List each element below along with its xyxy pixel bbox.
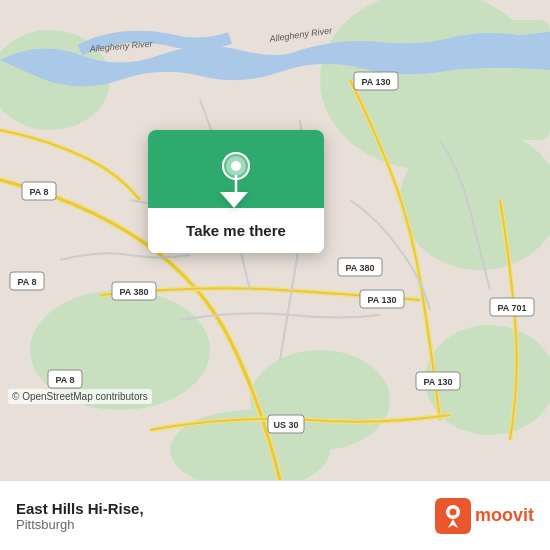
moovit-logo: moovit (435, 498, 534, 534)
location-name: East Hills Hi-Rise, (16, 500, 144, 517)
popup-tail (220, 192, 248, 208)
svg-text:PA 380: PA 380 (345, 263, 374, 273)
map-view: Allegheny River Allegheny River PA (0, 0, 550, 480)
take-me-there-button[interactable]: Take me there (148, 208, 324, 253)
svg-text:PA 130: PA 130 (367, 295, 396, 305)
copyright-text: © OpenStreetMap contributors (8, 389, 152, 404)
svg-text:PA 8: PA 8 (17, 277, 36, 287)
svg-text:PA 8: PA 8 (29, 187, 48, 197)
svg-point-33 (231, 161, 241, 171)
svg-text:PA 701: PA 701 (497, 303, 526, 313)
svg-text:PA 130: PA 130 (423, 377, 452, 387)
moovit-text: moovit (475, 505, 534, 526)
svg-text:PA 8: PA 8 (55, 375, 74, 385)
location-city: Pittsburgh (16, 517, 144, 532)
svg-text:PA 130: PA 130 (361, 77, 390, 87)
svg-text:PA 380: PA 380 (119, 287, 148, 297)
svg-text:US 30: US 30 (273, 420, 298, 430)
moovit-icon (435, 498, 471, 534)
svg-point-37 (449, 508, 456, 515)
location-pin-icon (214, 148, 258, 192)
location-info: East Hills Hi-Rise, Pittsburgh (16, 500, 144, 532)
bottom-bar: East Hills Hi-Rise, Pittsburgh moovit (0, 480, 550, 550)
